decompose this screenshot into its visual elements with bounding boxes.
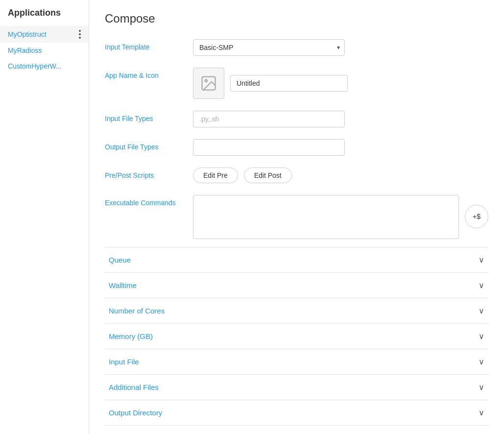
- output-file-types-input[interactable]: [193, 139, 345, 156]
- input-file-types-row: Input File Types: [105, 111, 488, 127]
- more-options-icon[interactable]: [79, 30, 81, 39]
- chevron-down-icon: ∨: [479, 332, 484, 341]
- input-template-select[interactable]: Basic-SMPAdvanced-SMPMPI: [193, 39, 345, 56]
- input-file-types-control: [193, 111, 488, 127]
- output-file-types-row: Output File Types: [105, 139, 488, 156]
- edit-pre-button[interactable]: Edit Pre: [193, 168, 238, 183]
- chevron-down-icon: ∨: [479, 255, 484, 265]
- chevron-down-icon: ∨: [479, 281, 484, 290]
- sidebar-item-label: MyOptistruct: [8, 30, 47, 38]
- executable-commands-label: Executable Commands: [105, 195, 193, 207]
- chevron-down-icon: ∨: [479, 383, 484, 392]
- app-icon-button[interactable]: [193, 68, 224, 99]
- app-name-icon-control: [193, 68, 488, 99]
- page-title: Compose: [105, 12, 488, 25]
- chevron-down-icon: ∨: [479, 408, 484, 417]
- sidebar-item-label: MyRadioss: [8, 47, 42, 54]
- app-name-input[interactable]: [230, 75, 348, 92]
- accordion-header-additional-files[interactable]: Additional Files∨: [105, 375, 488, 400]
- accordion-label-memory-gb: Memory (GB): [109, 332, 153, 340]
- accordion-label-output-directory: Output Directory: [109, 409, 162, 417]
- chevron-down-icon: ∨: [479, 357, 484, 366]
- accordion-header-output-directory[interactable]: Output Directory∨: [105, 400, 488, 425]
- sidebar-item-myradioss[interactable]: MyRadioss: [0, 43, 89, 58]
- accordion-memory-gb: Memory (GB)∨: [105, 323, 488, 349]
- main-content: Compose Input Template Basic-SMPAdvanced…: [89, 0, 504, 434]
- sidebar-item-customhyperw[interactable]: CustomHyperW...: [0, 58, 89, 74]
- accordion-header-memory-gb[interactable]: Memory (GB)∨: [105, 324, 488, 349]
- app-name-icon-label: App Name & Icon: [105, 68, 193, 79]
- accordion-queue: Queue∨: [105, 247, 488, 272]
- accordion-output-directory: Output Directory∨: [105, 400, 488, 426]
- pre-post-scripts-label: Pre/Post Scripts: [105, 168, 193, 179]
- input-template-row: Input Template Basic-SMPAdvanced-SMPMPI …: [105, 39, 488, 56]
- accordion-header-input-file[interactable]: Input File∨: [105, 349, 488, 374]
- input-file-types-label: Input File Types: [105, 111, 193, 122]
- accordion-number-of-cores: Number of Cores∨: [105, 298, 488, 323]
- output-file-types-label: Output File Types: [105, 139, 193, 151]
- app-name-icon-row: App Name & Icon: [105, 68, 488, 99]
- image-icon: [200, 74, 217, 92]
- executable-commands-row: Executable Commands +$: [105, 195, 488, 239]
- app-name-row: [193, 68, 488, 99]
- accordion-label-number-of-cores: Number of Cores: [109, 307, 165, 315]
- accordion-label-queue: Queue: [109, 256, 131, 264]
- svg-point-1: [205, 80, 208, 82]
- input-template-select-wrapper: Basic-SMPAdvanced-SMPMPI ▾: [193, 39, 345, 56]
- accordion-label-additional-files: Additional Files: [109, 383, 159, 391]
- output-file-types-control: [193, 139, 488, 156]
- input-template-control: Basic-SMPAdvanced-SMPMPI ▾: [193, 39, 488, 56]
- pre-post-scripts-row: Pre/Post Scripts Edit Pre Edit Post: [105, 168, 488, 183]
- input-template-label: Input Template: [105, 39, 193, 51]
- dollar-button[interactable]: +$: [465, 205, 488, 228]
- chevron-down-icon: ∨: [479, 306, 484, 315]
- accordion-header-queue[interactable]: Queue∨: [105, 247, 488, 272]
- executable-commands-textarea[interactable]: [193, 195, 459, 239]
- accordion-label-input-file: Input File: [109, 358, 139, 366]
- sidebar-item-label: CustomHyperW...: [8, 62, 62, 70]
- accordion-header-number-of-cores[interactable]: Number of Cores∨: [105, 298, 488, 323]
- accordion-additional-files: Additional Files∨: [105, 374, 488, 400]
- sidebar-title: Applications: [0, 8, 89, 26]
- accordion-label-walltime: Walltime: [109, 281, 137, 289]
- accordion-walltime: Walltime∨: [105, 272, 488, 298]
- input-file-types-input[interactable]: [193, 111, 345, 127]
- accordion-input-file: Input File∨: [105, 349, 488, 374]
- edit-post-button[interactable]: Edit Post: [244, 168, 292, 183]
- sidebar: Applications MyOptistructMyRadiossCustom…: [0, 0, 89, 434]
- pre-post-scripts-control: Edit Pre Edit Post: [193, 168, 488, 183]
- accordion-container: Queue∨Walltime∨Number of Cores∨Memory (G…: [105, 247, 488, 426]
- accordion-header-walltime[interactable]: Walltime∨: [105, 273, 488, 298]
- sidebar-item-myoptistruct[interactable]: MyOptistruct: [0, 26, 89, 43]
